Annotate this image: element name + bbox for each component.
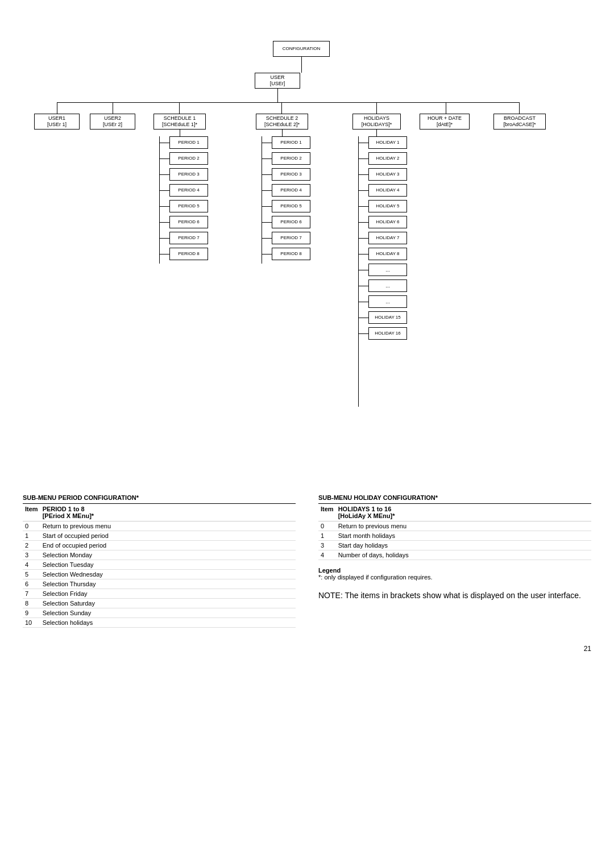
table-row: 1Start month holidays (318, 531, 591, 541)
row-desc: Selection Sunday (40, 608, 296, 618)
sched1-period7: PERIOD 7 (169, 232, 208, 244)
period-col-value: PERIOD 1 to 8 [PEriod X MEnu]* (40, 504, 296, 521)
table-row: 10Selection holidays (23, 618, 296, 628)
row-item: 9 (23, 608, 40, 618)
node-schedule2: SCHEDULE 2[SCHEduLE 2]* (256, 114, 308, 130)
table-row: 0Return to previous menu (23, 521, 296, 531)
holiday-ellipsis3: ... (368, 295, 407, 308)
node-configuration: CONFIGURATION (273, 41, 330, 57)
row-item: 3 (23, 550, 40, 560)
sched2-period3: PERIOD 3 (272, 168, 310, 181)
submenu-period: SUB-MENU PERIOD CONFIGURATION* Item PERI… (23, 494, 296, 628)
table-row: 6Selection Thursday (23, 579, 296, 589)
holiday1: HOLIDAY 1 (368, 136, 407, 149)
sched1-period3: PERIOD 3 (169, 168, 208, 181)
holiday15: HOLIDAY 15 (368, 311, 407, 324)
row-item: 4 (318, 550, 336, 560)
row-item: 5 (23, 570, 40, 579)
row-desc: Selection Thursday (40, 579, 296, 589)
row-item: 10 (23, 618, 40, 628)
row-item: 8 (23, 599, 40, 608)
note-text: NOTE: The items in brackets show what is… (318, 590, 591, 602)
row-desc: Selection Friday (40, 589, 296, 599)
tree-container: CONFIGURATION USER[USEr] USER1[USEr 1] (23, 23, 591, 466)
holiday-ellipsis1: ... (368, 264, 407, 276)
row-item: 0 (318, 521, 336, 531)
row-desc: Return to previous menu (336, 521, 591, 531)
sched1-period1: PERIOD 1 (169, 136, 208, 149)
sched2-period5: PERIOD 5 (272, 200, 310, 212)
row-desc: Start of occupied period (40, 531, 296, 541)
tree-diagram: CONFIGURATION USER[USEr] USER1[USEr 1] (23, 11, 591, 489)
row-item: 6 (23, 579, 40, 589)
sched1-period2: PERIOD 2 (169, 152, 208, 165)
holiday-col-item: Item (318, 504, 336, 521)
row-item: 1 (318, 531, 336, 541)
row-desc: Selection Wednesday (40, 570, 296, 579)
legend-text: *: only displayed if configuration requi… (318, 574, 591, 581)
row-desc: Start month holidays (336, 531, 591, 541)
row-desc: Return to previous menu (40, 521, 296, 531)
row-desc: Number of days, holidays (336, 550, 591, 560)
node-broadcast: BROADCAST[broAdCASE]* (493, 114, 546, 130)
table-row: 5Selection Wednesday (23, 570, 296, 579)
submenu-holiday-title: SUB-MENU HOLIDAY CONFIGURATION* (318, 494, 591, 504)
row-item: 1 (23, 531, 40, 541)
sched1-period8: PERIOD 8 (169, 248, 208, 260)
holiday6: HOLIDAY 6 (368, 216, 407, 228)
row-desc: End of occupied period (40, 541, 296, 550)
holiday-ellipsis2: ... (368, 279, 407, 292)
holiday8: HOLIDAY 8 (368, 248, 407, 260)
sched1-period4: PERIOD 4 (169, 184, 208, 197)
row-item: 4 (23, 560, 40, 570)
sched2-period6: PERIOD 6 (272, 216, 310, 228)
row-item: 7 (23, 589, 40, 599)
row-desc: Start day holidays (336, 541, 591, 550)
row-desc: Selection Tuesday (40, 560, 296, 570)
holiday16: HOLIDAY 16 (368, 327, 407, 340)
legend-section: Legend *: only displayed if configuratio… (318, 567, 591, 581)
holiday7: HOLIDAY 7 (368, 232, 407, 244)
legend-title: Legend (318, 567, 591, 574)
row-desc: Selection Monday (40, 550, 296, 560)
node-user1: USER1[USEr 1] (34, 114, 80, 130)
node-holidays: HOLIDAYS[HOLIDAYS]* (352, 114, 401, 130)
table-row: 4Number of days, holidays (318, 550, 591, 560)
page-number: 21 (23, 645, 591, 653)
sched2-period2: PERIOD 2 (272, 152, 310, 165)
table-row: 4Selection Tuesday (23, 560, 296, 570)
table-row: 7Selection Friday (23, 589, 296, 599)
sched1-period6: PERIOD 6 (169, 216, 208, 228)
sched2-period7: PERIOD 7 (272, 232, 310, 244)
table-row: 2End of occupied period (23, 541, 296, 550)
holiday3: HOLIDAY 3 (368, 168, 407, 181)
table-row: 9Selection Sunday (23, 608, 296, 618)
period-table: Item PERIOD 1 to 8 [PEriod X MEnu]* 0Ret… (23, 504, 296, 628)
row-item: 3 (318, 541, 336, 550)
submenu-section: SUB-MENU PERIOD CONFIGURATION* Item PERI… (23, 494, 591, 628)
row-desc: Selection Saturday (40, 599, 296, 608)
node-hourdate: HOUR + DATE[dAtE]* (420, 114, 470, 130)
sched2-period1: PERIOD 1 (272, 136, 310, 149)
submenu-holiday: SUB-MENU HOLIDAY CONFIGURATION* Item HOL… (318, 494, 591, 628)
node-user: USER[USEr] (255, 73, 300, 89)
holiday2: HOLIDAY 2 (368, 152, 407, 165)
table-row: 3Start day holidays (318, 541, 591, 550)
submenu-period-title: SUB-MENU PERIOD CONFIGURATION* (23, 494, 296, 504)
node-user2: USER2[USEr 2] (90, 114, 135, 130)
sched2-period4: PERIOD 4 (272, 184, 310, 197)
row-desc: Selection holidays (40, 618, 296, 628)
holiday-col-value: HOLIDAYS 1 to 16 [HoLidAy X MEnu]* (336, 504, 591, 521)
node-schedule1: SCHEDULE 1[SCHEduLE 1]* (154, 114, 206, 130)
holiday-table: Item HOLIDAYS 1 to 16 [HoLidAy X MEnu]* … (318, 504, 591, 560)
table-row: 8Selection Saturday (23, 599, 296, 608)
row-item: 2 (23, 541, 40, 550)
sched2-period8: PERIOD 8 (272, 248, 310, 260)
sched1-period5: PERIOD 5 (169, 200, 208, 212)
holiday5: HOLIDAY 5 (368, 200, 407, 212)
period-col-item: Item (23, 504, 40, 521)
row-item: 0 (23, 521, 40, 531)
table-row: 3Selection Monday (23, 550, 296, 560)
table-row: 0Return to previous menu (318, 521, 591, 531)
holiday4: HOLIDAY 4 (368, 184, 407, 197)
